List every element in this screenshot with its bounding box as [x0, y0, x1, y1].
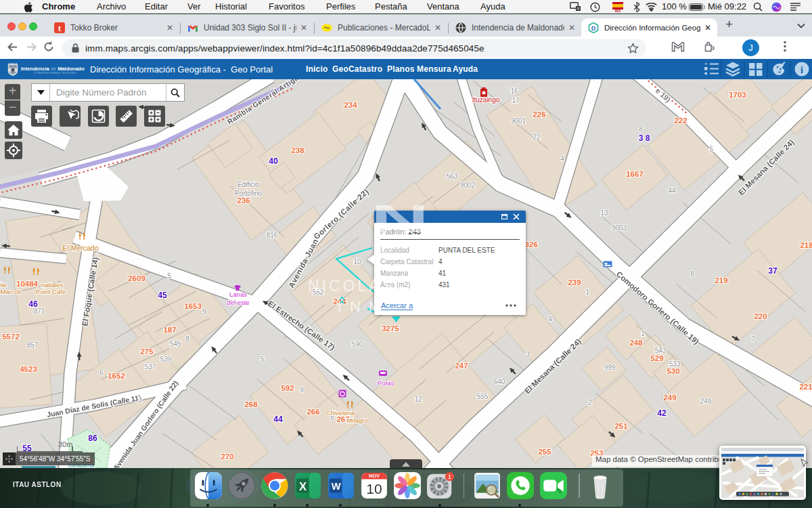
svg-text:255: 255: [538, 448, 551, 456]
svg-text:187: 187: [163, 326, 176, 334]
svg-text:539: 539: [160, 356, 172, 363]
svg-text:221: 221: [799, 383, 812, 391]
svg-text:857: 857: [27, 341, 39, 349]
svg-text:270: 270: [221, 452, 233, 461]
svg-text:1652: 1652: [108, 372, 125, 380]
svg-text:86: 86: [88, 433, 97, 443]
svg-text:590: 590: [352, 341, 363, 348]
svg-text:640: 640: [494, 378, 505, 385]
svg-text:251: 251: [614, 422, 628, 430]
svg-text:5572: 5572: [2, 333, 20, 341]
svg-text:Portofino: Portofino: [235, 190, 262, 197]
svg-text:42: 42: [657, 408, 667, 418]
svg-text:529: 529: [650, 354, 663, 362]
svg-text:13: 13: [600, 209, 608, 217]
svg-text:236: 236: [237, 196, 250, 205]
svg-text:9001: 9001: [511, 117, 526, 125]
svg-text:i: i: [800, 65, 803, 75]
svg-text:247: 247: [455, 362, 468, 370]
svg-text:222: 222: [674, 117, 687, 125]
svg-text:Milagro: Milagro: [346, 417, 367, 424]
svg-text:530: 530: [667, 367, 679, 375]
svg-text:3275: 3275: [382, 324, 399, 333]
svg-text:226: 226: [533, 110, 545, 119]
svg-text:8: 8: [185, 335, 189, 343]
svg-text:999: 999: [604, 364, 616, 371]
svg-text:Edificio: Edificio: [238, 181, 260, 188]
svg-text:4: 4: [548, 316, 552, 323]
svg-text:10: 10: [353, 258, 361, 266]
svg-text:8: 8: [639, 125, 643, 133]
svg-text:234: 234: [344, 101, 357, 109]
svg-text:266: 266: [307, 408, 319, 416]
svg-text:12: 12: [414, 396, 422, 403]
svg-text:9: 9: [300, 386, 304, 394]
svg-text:2609: 2609: [128, 274, 145, 282]
svg-text:275: 275: [140, 347, 154, 356]
svg-text:Marcos: Marcos: [0, 288, 21, 295]
svg-text:5: 5: [709, 146, 713, 153]
svg-text:4523: 4523: [20, 365, 37, 373]
svg-text:9002: 9002: [460, 182, 476, 189]
svg-text:219: 219: [715, 276, 727, 284]
svg-text:Lanas: Lanas: [229, 291, 247, 298]
svg-text:37: 37: [768, 266, 777, 276]
svg-text:6: 6: [99, 369, 104, 377]
svg-text:7: 7: [751, 335, 755, 343]
svg-text:Chiveteria: Chiveteria: [326, 409, 355, 417]
svg-text:17: 17: [512, 97, 520, 104]
svg-text:1703: 1703: [729, 91, 746, 99]
svg-text:W: W: [332, 481, 341, 492]
svg-text:ISO: ISO: [615, 9, 621, 12]
svg-text:22: 22: [533, 133, 541, 141]
svg-text:3: 3: [138, 396, 142, 404]
svg-text:545: 545: [170, 340, 181, 347]
svg-text:5: 5: [261, 356, 265, 363]
svg-text:3 8: 3 8: [639, 133, 650, 143]
svg-text:552: 552: [313, 289, 324, 296]
svg-text:543: 543: [655, 347, 667, 354]
svg-text:El Mercado: El Mercado: [62, 244, 98, 252]
svg-text:44: 44: [668, 187, 676, 194]
svg-text:4: 4: [560, 155, 564, 163]
svg-text:1: 1: [448, 473, 451, 480]
svg-text:t: t: [58, 23, 61, 33]
svg-text:871: 871: [34, 308, 45, 315]
svg-text:248: 248: [629, 339, 643, 347]
svg-text:537: 537: [145, 363, 156, 371]
svg-text:45: 45: [158, 291, 167, 300]
svg-text:D: D: [591, 24, 596, 31]
svg-text:16: 16: [510, 87, 518, 95]
svg-text:563: 563: [447, 173, 458, 180]
svg-text:Posto: Posto: [378, 379, 394, 387]
svg-text:X: X: [299, 480, 307, 493]
svg-text:9003: 9003: [612, 224, 627, 232]
svg-text:268: 268: [244, 400, 258, 408]
svg-text:10484: 10484: [16, 280, 39, 288]
svg-text:555: 555: [477, 393, 489, 400]
svg-text:220: 220: [754, 312, 767, 320]
svg-text:592: 592: [281, 384, 294, 392]
svg-text:Ituzaingo: Ituzaingo: [472, 96, 500, 104]
svg-text:9: 9: [202, 308, 206, 316]
svg-text:1667: 1667: [626, 170, 644, 178]
svg-text:249: 249: [663, 394, 676, 402]
svg-text:239: 239: [568, 278, 581, 287]
svg-text:218: 218: [800, 241, 812, 249]
svg-text:8: 8: [690, 270, 694, 278]
svg-text:1: 1: [641, 330, 645, 337]
svg-text:249: 249: [700, 398, 712, 405]
svg-text:3: 3: [526, 351, 530, 358]
svg-text:1653: 1653: [184, 302, 202, 310]
svg-text:2: 2: [588, 399, 592, 406]
svg-text:5: 5: [167, 272, 171, 280]
svg-text:10: 10: [366, 481, 382, 496]
svg-text:del este: del este: [227, 299, 249, 306]
svg-text:44: 44: [273, 415, 283, 424]
svg-text:816: 816: [267, 232, 278, 239]
svg-text:Point Cafe: Point Cafe: [36, 288, 66, 295]
svg-text:1: 1: [585, 289, 589, 296]
svg-text:533: 533: [669, 360, 681, 368]
svg-text:NOV: NOV: [369, 473, 380, 479]
svg-text:vite: vite: [0, 281, 7, 289]
